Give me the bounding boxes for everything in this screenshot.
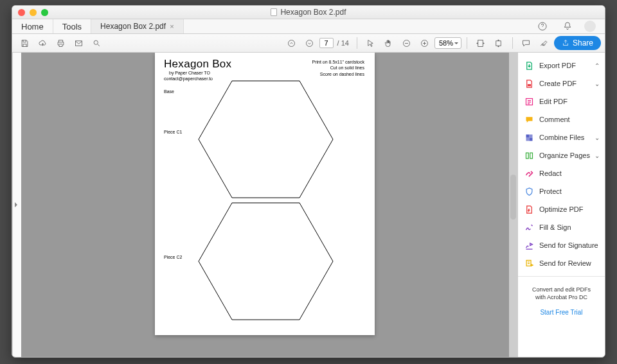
- svg-rect-14: [530, 134, 533, 137]
- window-title-text: Hexagon Box 2.pdf: [280, 8, 346, 17]
- tool-label: Send for Signature: [539, 241, 598, 249]
- fit-height-icon[interactable]: [490, 36, 507, 50]
- chevron-down-icon: ⌄: [595, 134, 600, 141]
- save-icon[interactable]: [16, 36, 33, 50]
- export-icon: [524, 61, 534, 71]
- tool-label: Combine Files: [539, 134, 584, 141]
- tool-export[interactable]: Export PDF⌃: [518, 56, 605, 74]
- doc-instructions: Print on 8.5x11" cardstock Cut on solid …: [312, 59, 364, 77]
- search-icon[interactable]: [88, 36, 105, 50]
- tab-tools[interactable]: Tools: [53, 19, 91, 33]
- tool-label: Comment: [539, 116, 570, 123]
- hand-icon[interactable]: [380, 36, 397, 50]
- tool-label: Send for Review: [539, 259, 591, 267]
- minimize-window-button[interactable]: [30, 9, 37, 16]
- page-total-label: / 14: [337, 39, 349, 47]
- redact-icon: [524, 169, 534, 178]
- tool-protect[interactable]: Protect: [518, 182, 605, 200]
- comment-icon: [524, 115, 534, 125]
- close-tab-icon[interactable]: ×: [170, 22, 174, 30]
- tool-redact[interactable]: Redact: [518, 164, 605, 182]
- comment-icon[interactable]: [518, 36, 535, 50]
- protect-icon: [524, 187, 534, 196]
- optimize-icon: [524, 205, 534, 214]
- tool-sendrev[interactable]: Send for Review: [518, 254, 605, 272]
- svg-rect-11: [528, 84, 531, 86]
- account-avatar[interactable]: [584, 21, 596, 32]
- svg-rect-13: [526, 134, 530, 137]
- tool-sendsig[interactable]: Send for Signature: [518, 236, 605, 254]
- tool-label: Organize Pages: [539, 152, 590, 159]
- close-window-button[interactable]: [18, 9, 25, 16]
- tool-edit[interactable]: Edit PDF: [518, 92, 605, 110]
- tool-organize[interactable]: Organize Pages⌄: [518, 146, 605, 164]
- help-icon[interactable]: [534, 19, 551, 33]
- label-base: Base: [164, 89, 174, 94]
- email-icon[interactable]: [70, 36, 87, 50]
- label-c2: Piece C2: [164, 255, 182, 259]
- tool-label: Fill & Sign: [539, 223, 571, 231]
- notifications-icon[interactable]: [559, 19, 576, 33]
- tools-panel: Export PDF⌃Create PDF⌄Edit PDFCommentCom…: [517, 53, 605, 357]
- svg-point-2: [94, 40, 98, 44]
- hexagon-c2: [197, 200, 335, 322]
- main-tab-bar: Home Tools Hexagon Box 2.pdf ×: [12, 19, 605, 34]
- scrollbar-thumb[interactable]: [510, 175, 516, 220]
- print-icon[interactable]: [52, 36, 69, 50]
- tool-comment[interactable]: Comment: [518, 110, 605, 128]
- page-up-icon[interactable]: [283, 36, 300, 50]
- organize-icon: [524, 151, 534, 160]
- tool-label: Create PDF: [539, 80, 577, 87]
- tool-create[interactable]: Create PDF⌄: [518, 74, 605, 92]
- sign-icon[interactable]: [536, 36, 553, 50]
- pointer-icon[interactable]: [362, 36, 379, 50]
- tool-combine[interactable]: Combine Files⌄: [518, 128, 605, 146]
- doc-title: Hexagon Box: [164, 58, 231, 71]
- tool-label: Redact: [539, 169, 562, 177]
- document-viewport[interactable]: Hexagon Box by Paper Chaser TO contact@p…: [12, 53, 517, 357]
- start-free-trial-link[interactable]: Start Free Trial: [523, 309, 600, 316]
- svg-rect-7: [478, 40, 483, 46]
- page-number-input[interactable]: [319, 38, 334, 48]
- svg-rect-18: [530, 153, 533, 159]
- chevron-down-icon: ⌄: [595, 152, 600, 159]
- vertical-scrollbar[interactable]: [509, 53, 517, 357]
- tool-label: Optimize PDF: [539, 205, 583, 213]
- maximize-window-button[interactable]: [41, 9, 48, 16]
- zoom-in-icon[interactable]: [416, 36, 433, 50]
- promo-box: Convert and edit PDFs with Acrobat Pro D…: [518, 276, 605, 325]
- content-area: Hexagon Box by Paper Chaser TO contact@p…: [12, 53, 605, 357]
- app-window: Hexagon Box 2.pdf Home Tools Hexagon Box…: [12, 5, 605, 358]
- chevron-down-icon: ⌄: [595, 80, 600, 87]
- svg-point-3: [289, 40, 295, 46]
- svg-rect-17: [526, 153, 529, 159]
- svg-rect-15: [526, 137, 530, 141]
- tab-document-label: Hexagon Box 2.pdf: [100, 22, 166, 31]
- tool-label: Protect: [539, 187, 562, 195]
- fillsign-icon: [524, 223, 534, 232]
- window-title: Hexagon Box 2.pdf: [12, 8, 605, 17]
- share-button[interactable]: Share: [554, 36, 601, 50]
- svg-marker-10: [199, 203, 333, 320]
- sendsig-icon: [524, 241, 534, 250]
- tab-document[interactable]: Hexagon Box 2.pdf ×: [91, 19, 184, 33]
- pdf-file-icon: [271, 8, 277, 16]
- cloud-upload-icon[interactable]: [34, 36, 51, 50]
- sendrev-icon: [524, 259, 534, 268]
- pdf-page: Hexagon Box by Paper Chaser TO contact@p…: [155, 53, 375, 335]
- svg-rect-1: [75, 40, 82, 46]
- label-c1: Piece C1: [164, 130, 182, 134]
- zoom-select[interactable]: 58%: [434, 37, 461, 49]
- fit-width-icon[interactable]: [472, 36, 489, 50]
- edit-icon: [524, 97, 534, 107]
- left-panel-toggle[interactable]: [12, 53, 21, 357]
- toolbar: / 14 58% Share: [12, 34, 605, 53]
- window-controls: [12, 9, 48, 16]
- hexagon-c1: [197, 78, 335, 200]
- tool-fillsign[interactable]: Fill & Sign: [518, 218, 605, 236]
- tool-label: Export PDF: [539, 62, 576, 69]
- page-down-icon[interactable]: [301, 36, 318, 50]
- tab-home[interactable]: Home: [12, 19, 53, 33]
- tool-optimize[interactable]: Optimize PDF: [518, 200, 605, 218]
- zoom-out-icon[interactable]: [398, 36, 415, 50]
